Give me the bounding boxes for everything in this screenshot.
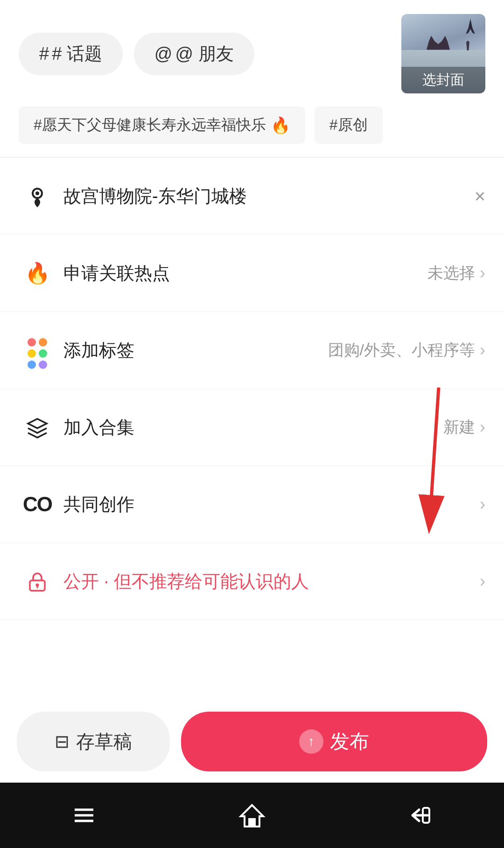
cover-label[interactable]: 选封面 — [401, 67, 485, 93]
draft-label: 存草稿 — [76, 729, 132, 755]
draft-icon: ⊟ — [55, 731, 70, 752]
lock-icon — [19, 563, 56, 600]
svg-rect-11 — [248, 818, 256, 827]
draft-button[interactable]: ⊟ 存草稿 — [17, 712, 170, 771]
hash-icon: # — [39, 44, 49, 64]
hashtag-button[interactable]: # # 话题 — [19, 33, 123, 75]
tags-label: 添加标签 — [63, 339, 328, 362]
hashtag-chip-1-text: #愿天下父母健康长寿永远幸福快乐 — [34, 115, 266, 135]
mention-label: @ 朋友 — [175, 42, 233, 66]
hot-topic-label: 申请关联热点 — [63, 261, 427, 285]
hot-topic-chevron-icon: › — [480, 263, 485, 283]
location-row[interactable]: 故宫博物院-东华门城楼 × — [0, 158, 504, 235]
arrow-annotation — [383, 383, 476, 542]
co-icon: CO — [19, 486, 56, 523]
hashtag-chip-2[interactable]: #原创 — [315, 106, 383, 144]
co-create-chevron-icon: › — [480, 495, 485, 514]
tags-dots-icon — [19, 332, 56, 369]
cover-thumbnail[interactable]: 选封面 — [401, 14, 485, 93]
layers-icon — [19, 409, 56, 446]
hot-topic-row[interactable]: 🔥 申请关联热点 未选择 › — [0, 235, 504, 312]
upload-icon: ↑ — [308, 734, 315, 749]
fire-icon: 🔥 — [271, 116, 290, 134]
svg-point-1 — [35, 191, 39, 195]
hashtag-row: #愿天下父母健康长寿永远幸福快乐 🔥 #原创 — [0, 93, 504, 157]
menu-nav-icon[interactable] — [70, 801, 98, 829]
close-location-icon[interactable]: × — [475, 186, 485, 207]
svg-point-3 — [36, 584, 39, 587]
location-icon — [19, 177, 56, 215]
privacy-label: 公开 · 但不推荐给可能认识的人 — [63, 570, 480, 594]
hot-topic-value: 未选择 — [427, 262, 475, 284]
top-section: # # 话题 @ @ 朋友 选封面 — [0, 0, 504, 93]
publish-button[interactable]: ↑ 发布 — [181, 712, 487, 771]
location-label: 故宫博物院-东华门城楼 — [63, 184, 475, 208]
bottom-bar: ⊟ 存草稿 ↑ 发布 — [0, 700, 504, 783]
back-nav-icon[interactable] — [406, 801, 434, 829]
hashtag-chip-1[interactable]: #愿天下父母健康长寿永远幸福快乐 🔥 — [19, 106, 305, 144]
flame-icon: 🔥 — [19, 254, 56, 292]
publish-circle-icon: ↑ — [299, 729, 323, 754]
hashtag-label: # 话题 — [52, 42, 102, 66]
svg-line-6 — [429, 388, 439, 528]
tags-value: 团购/外卖、小程序等 — [328, 339, 475, 361]
hashtag-chip-2-text: #原创 — [329, 115, 368, 135]
privacy-row[interactable]: 公开 · 但不推荐给可能认识的人 › — [0, 543, 504, 620]
nav-bar — [0, 783, 504, 848]
tags-row[interactable]: 添加标签 团购/外卖、小程序等 › — [0, 312, 504, 389]
mention-button[interactable]: @ @ 朋友 — [134, 33, 254, 75]
at-icon: @ — [154, 44, 173, 64]
tags-chevron-icon: › — [480, 340, 485, 360]
home-nav-icon[interactable] — [238, 801, 266, 829]
privacy-chevron-icon: › — [480, 572, 485, 591]
collection-chevron-icon: › — [480, 417, 485, 437]
publish-label: 发布 — [330, 728, 369, 755]
